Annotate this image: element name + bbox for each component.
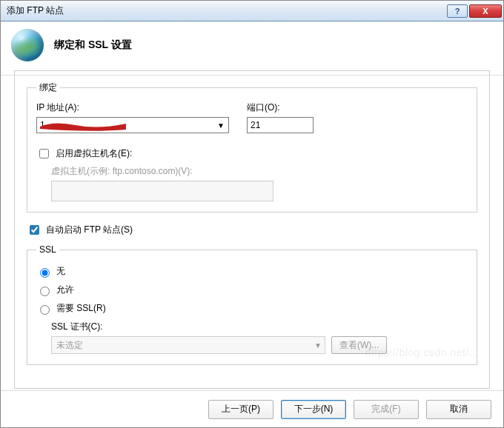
autostart-label: 自动启动 FTP 站点(S) [46,224,133,236]
titlebar-buttons: ? X [447,4,502,18]
page-title: 绑定和 SSL 设置 [54,39,132,52]
port-label: 端口(O): [247,101,314,114]
ssl-legend: SSL [36,244,59,255]
ip-combobox[interactable]: ▼ [36,117,229,133]
ssl-require-label: 需要 SSL(R) [56,302,106,315]
help-button[interactable]: ? [447,4,468,18]
chevron-down-icon: ▼ [314,341,322,350]
cert-value: 未选定 [56,339,83,352]
ssl-allow-label: 允许 [56,284,74,296]
prev-button[interactable]: 上一页(P) [208,400,273,419]
autostart-checkbox[interactable] [30,225,39,235]
dialog-window: 添加 FTP 站点 ? X 绑定和 SSL 设置 绑定 IP 地址(A): ▼ [0,0,504,428]
ssl-none-label: 无 [56,265,65,278]
finish-button: 完成(F) [354,400,419,419]
wizard-footer: 上一页(P) 下一步(N) 完成(F) 取消 [1,390,503,427]
vhost-checkbox[interactable] [39,149,49,158]
next-button[interactable]: 下一步(N) [281,400,346,419]
ssl-allow-radio[interactable] [40,287,50,296]
globe-icon [11,29,44,61]
content-panel: 绑定 IP 地址(A): ▼ 端口(O): 启用虚拟主机名(E): [14,70,490,389]
ssl-require-radio[interactable] [40,305,50,315]
vhost-checkbox-label: 启用虚拟主机名(E): [56,147,132,160]
titlebar: 添加 FTP 站点 ? X [1,1,503,21]
vhost-example-label: 虚拟主机(示例: ftp.contoso.com)(V): [51,165,468,178]
chevron-down-icon[interactable]: ▼ [214,118,228,132]
cancel-button[interactable]: 取消 [426,400,491,419]
binding-group: 绑定 IP 地址(A): ▼ 端口(O): 启用虚拟主机名(E): [27,81,477,213]
port-input[interactable] [247,117,314,133]
close-button[interactable]: X [469,4,502,18]
ip-input[interactable] [36,117,229,133]
wizard-header: 绑定和 SSL 设置 [1,21,503,75]
binding-legend: 绑定 [36,81,60,94]
watermark-text: https://blog.csdn.net/... [365,347,479,358]
cert-label: SSL 证书(C): [51,321,468,333]
vhost-input [51,181,273,201]
cert-select: 未选定 ▼ [51,336,325,354]
ssl-none-radio[interactable] [40,268,50,278]
ip-label: IP 地址(A): [36,101,229,114]
window-title: 添加 FTP 站点 [7,4,447,17]
